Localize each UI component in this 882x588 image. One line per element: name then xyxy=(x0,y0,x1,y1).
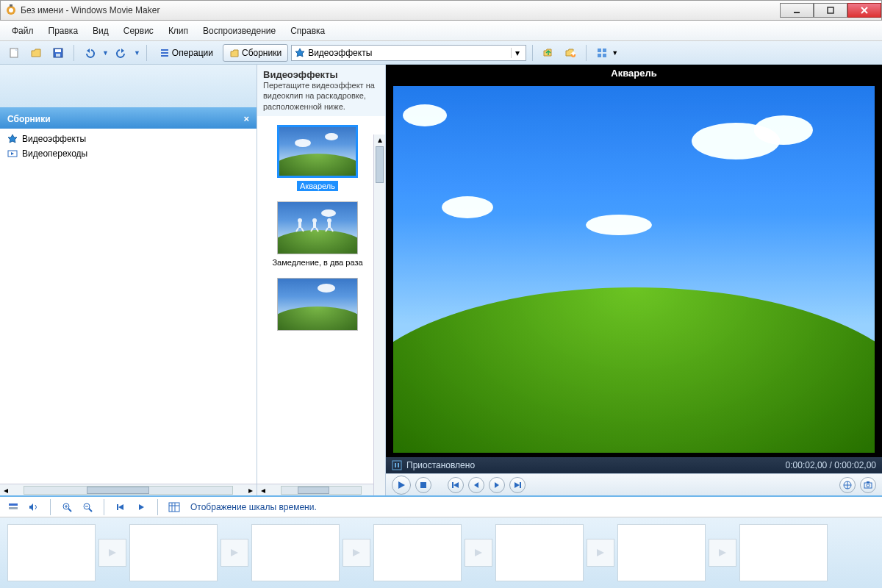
effects-vscroll[interactable]: ▴ xyxy=(373,135,385,495)
effect-item-3[interactable] xyxy=(263,278,372,341)
play-button[interactable] xyxy=(392,476,411,495)
collections-close-icon[interactable]: × xyxy=(243,113,249,124)
svg-rect-45 xyxy=(9,503,18,506)
save-button[interactable] xyxy=(49,44,68,62)
close-button[interactable] xyxy=(847,3,881,18)
timeline-toggle-icon[interactable] xyxy=(6,500,21,514)
operations-button[interactable]: Операции xyxy=(153,44,220,62)
collection-item-effects[interactable]: Видеоэффекты xyxy=(0,132,257,146)
split-button[interactable] xyxy=(839,477,856,493)
minimize-button[interactable] xyxy=(780,3,814,18)
zoom-out-button[interactable] xyxy=(80,500,95,514)
step-back-button[interactable] xyxy=(468,477,484,493)
svg-rect-37 xyxy=(452,482,453,488)
storyboard-cell[interactable] xyxy=(617,524,706,581)
svg-rect-13 xyxy=(161,55,168,57)
storyboard[interactable] xyxy=(0,517,882,588)
effects-hscroll[interactable]: ◂ ▸ xyxy=(257,484,385,495)
view-button[interactable]: ▼ xyxy=(592,44,622,62)
svg-line-52 xyxy=(89,509,92,512)
svg-rect-36 xyxy=(420,482,426,488)
window-title: Без имени - Windows Movie Maker xyxy=(21,5,780,15)
timeline-rewind-button[interactable] xyxy=(113,500,128,514)
menu-help[interactable]: Справка xyxy=(283,23,332,39)
timeline-toggle-label[interactable]: Отображение шкалы времени. xyxy=(190,502,317,512)
svg-rect-9 xyxy=(55,49,61,52)
storyboard-cell[interactable] xyxy=(251,524,340,581)
dropdown-icon[interactable]: ▾ xyxy=(511,48,523,58)
operations-label: Операции xyxy=(172,48,213,58)
location-bar[interactable]: Видеоэффекты ▾ xyxy=(291,45,526,61)
svg-rect-2 xyxy=(10,4,12,7)
undo-button[interactable] xyxy=(80,44,99,62)
svg-text:✦: ✦ xyxy=(570,49,576,59)
stop-button[interactable] xyxy=(415,477,431,493)
menu-tools[interactable]: Сервис xyxy=(116,23,161,39)
timeline-play-button[interactable] xyxy=(134,500,148,514)
storyboard-transition[interactable] xyxy=(709,539,736,567)
undo-dropdown-icon[interactable]: ▼ xyxy=(102,49,109,57)
svg-rect-30 xyxy=(328,222,331,228)
effect-item-slowdown[interactable]: Замедление, в два раза xyxy=(263,201,372,268)
collections-list: Видеоэффекты Видеопереходы xyxy=(0,129,257,484)
svg-rect-18 xyxy=(598,54,601,57)
collections-button[interactable]: Сборники xyxy=(223,44,288,62)
titlebar: Без имени - Windows Movie Maker xyxy=(0,0,882,21)
prev-button[interactable] xyxy=(448,477,464,493)
scroll-right-icon[interactable]: ▸ xyxy=(245,485,257,495)
effects-header: Видеоэффекты Перетащите видеоэффект на в… xyxy=(257,65,385,116)
storyboard-cell[interactable] xyxy=(739,524,828,581)
new-button[interactable] xyxy=(4,44,24,62)
scroll-left-icon[interactable]: ◂ xyxy=(0,485,12,495)
separator xyxy=(50,499,51,515)
storyboard-cell[interactable] xyxy=(373,524,462,581)
svg-point-1 xyxy=(9,8,13,12)
svg-line-28 xyxy=(316,228,318,232)
separator xyxy=(532,45,533,61)
svg-rect-26 xyxy=(313,222,316,228)
svg-rect-54 xyxy=(117,504,118,510)
redo-button[interactable] xyxy=(112,44,131,62)
narration-button[interactable] xyxy=(26,500,41,514)
timeline-view-icon[interactable] xyxy=(167,500,182,514)
separator xyxy=(146,45,147,61)
effect-item-akvarel[interactable]: Акварель xyxy=(263,125,372,191)
pause-status-icon xyxy=(392,460,402,470)
zoom-in-button[interactable] xyxy=(60,500,74,514)
maximize-button[interactable] xyxy=(814,3,847,18)
snapshot-button[interactable] xyxy=(860,477,876,493)
storyboard-cell[interactable] xyxy=(129,524,218,581)
scroll-left-icon[interactable]: ◂ xyxy=(257,485,269,495)
separator xyxy=(157,499,158,515)
svg-rect-38 xyxy=(520,482,521,488)
storyboard-transition[interactable] xyxy=(343,539,370,567)
open-button[interactable] xyxy=(26,44,46,62)
new-folder-button[interactable]: ✦ xyxy=(561,44,580,62)
svg-line-24 xyxy=(301,228,304,232)
storyboard-cell[interactable] xyxy=(7,524,96,581)
preview-monitor xyxy=(393,86,875,453)
svg-rect-35 xyxy=(398,463,399,467)
effects-pane: Видеоэффекты Перетащите видеоэффект на в… xyxy=(257,65,386,495)
redo-dropdown-icon[interactable]: ▼ xyxy=(134,49,140,57)
menu-edit[interactable]: Правка xyxy=(41,23,86,39)
next-button[interactable] xyxy=(509,477,526,493)
storyboard-transition[interactable] xyxy=(587,539,614,567)
svg-line-31 xyxy=(326,228,328,232)
effects-title: Видеоэффекты xyxy=(263,69,379,80)
menu-file[interactable]: Файл xyxy=(4,23,41,39)
collections-hscroll[interactable]: ◂ ▸ xyxy=(0,484,257,495)
collection-item-transitions[interactable]: Видеопереходы xyxy=(0,146,257,161)
up-button[interactable] xyxy=(539,44,558,62)
effect-label: Замедление, в два раза xyxy=(269,257,365,268)
storyboard-transition[interactable] xyxy=(465,539,492,567)
menu-clip[interactable]: Клип xyxy=(161,23,196,39)
storyboard-cell[interactable] xyxy=(495,524,584,581)
menu-play[interactable]: Воспроизведение xyxy=(196,23,283,39)
step-fwd-button[interactable] xyxy=(489,477,505,493)
separator xyxy=(74,45,74,61)
effects-subtitle: Перетащите видеоэффект на видеоклип на р… xyxy=(263,80,379,112)
storyboard-transition[interactable] xyxy=(220,539,248,567)
menu-view[interactable]: Вид xyxy=(85,23,116,39)
storyboard-transition[interactable] xyxy=(98,539,126,567)
